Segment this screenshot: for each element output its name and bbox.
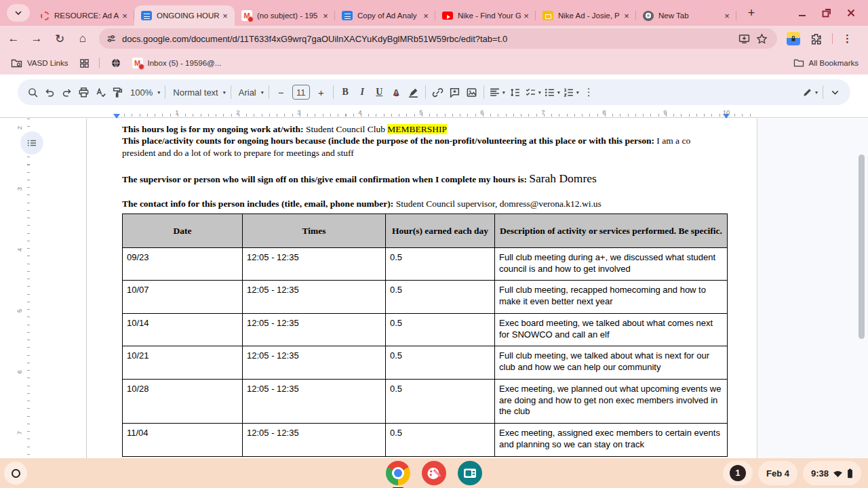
all-bookmarks-button[interactable]: All Bookmarks <box>793 58 859 68</box>
table-cell[interactable]: 0.5 <box>386 380 495 424</box>
table-cell[interactable]: 12:05 - 12:35 <box>243 380 386 424</box>
table-cell[interactable]: 11/04 <box>123 424 243 457</box>
checklist-icon[interactable]: ▾ <box>524 83 542 101</box>
url-text[interactable]: docs.google.com/document/d/11T633f4xG9wr… <box>122 34 735 44</box>
table-cell[interactable]: Full club meeting during a+, we discusse… <box>495 248 728 281</box>
table-header-cell[interactable]: Description of activity or services perf… <box>495 214 728 248</box>
table-cell[interactable]: 10/21 <box>123 346 243 380</box>
editing-mode-pen-icon[interactable]: ▾ <box>800 83 819 101</box>
bookmark-folder-vasd[interactable]: VASD Links <box>11 58 68 68</box>
insert-image-icon[interactable] <box>463 83 480 101</box>
doc-paragraph[interactable]: The contact info for this person include… <box>122 198 726 209</box>
tab-close-icon[interactable]: × <box>521 10 532 21</box>
table-cell[interactable]: 0.5 <box>386 424 495 457</box>
date-tray[interactable]: Feb 4 <box>758 461 797 485</box>
doc-paragraph[interactable] <box>122 186 726 198</box>
shelf-chrome-app[interactable] <box>386 461 410 485</box>
status-tray[interactable]: 9:38 <box>803 461 861 485</box>
reload-button[interactable]: ↻ <box>50 29 69 48</box>
tab-close-icon[interactable]: × <box>621 10 632 21</box>
underline-button[interactable]: U <box>371 83 388 101</box>
table-cell[interactable]: 12:05 - 12:35 <box>243 346 386 380</box>
table-header-cell[interactable]: Date <box>123 214 243 248</box>
search-icon[interactable] <box>24 83 41 101</box>
table-header-cell[interactable]: Hour(s) earned each day <box>386 214 495 248</box>
tab-close-icon[interactable]: × <box>119 10 130 21</box>
close-window-button[interactable] <box>846 8 856 18</box>
home-button[interactable]: ⌂ <box>73 29 92 48</box>
table-cell[interactable]: 0.5 <box>386 346 495 380</box>
table-cell[interactable]: Exec board meeting, we talked about what… <box>495 314 728 346</box>
tab-close-icon[interactable]: × <box>420 10 431 21</box>
bookmark-inbox[interactable]: M Inbox (5) - 19596@... <box>132 58 222 68</box>
text-color-button[interactable]: A <box>388 83 405 101</box>
site-settings-icon[interactable] <box>106 33 117 44</box>
browser-tab[interactable]: New Tab× <box>636 5 736 26</box>
notification-tray[interactable]: 1 <box>723 461 753 485</box>
styles-select[interactable]: Normal text▾ <box>169 83 226 101</box>
align-icon[interactable]: ▾ <box>488 83 507 101</box>
forward-button[interactable]: → <box>27 29 46 48</box>
vertical-scrollbar[interactable] <box>859 155 865 339</box>
table-cell[interactable]: Full club meeting, we talked about what … <box>495 346 728 380</box>
browser-tab[interactable]: Nike - Find Your G× <box>435 5 536 26</box>
extensions-puzzle-icon[interactable] <box>810 33 823 45</box>
numbered-list-icon[interactable]: ▾ <box>561 83 580 101</box>
table-cell[interactable]: 12:05 - 12:35 <box>243 281 386 314</box>
paint-format-icon[interactable] <box>109 83 126 101</box>
document-outline-button[interactable] <box>20 131 43 155</box>
bold-button[interactable]: B <box>337 83 354 101</box>
shelf-canvas-app[interactable] <box>422 461 446 485</box>
document-page[interactable]: This hours log is for my ongoing work at… <box>86 119 757 458</box>
spellcheck-icon[interactable] <box>92 83 109 101</box>
new-tab-button[interactable]: + <box>742 3 761 22</box>
table-cell[interactable]: 10/14 <box>123 314 243 346</box>
tab-close-icon[interactable]: × <box>220 10 231 21</box>
doc-paragraph[interactable] <box>122 159 726 170</box>
highlight-color-icon[interactable] <box>405 83 422 101</box>
insert-link-icon[interactable] <box>429 83 446 101</box>
italic-button[interactable]: I <box>354 83 371 101</box>
table-cell[interactable]: Full club meeting, recapped homecoming a… <box>495 281 728 314</box>
increase-font-size-button[interactable]: + <box>313 83 330 101</box>
back-button[interactable]: ← <box>4 29 23 48</box>
table-cell[interactable]: 12:05 - 12:35 <box>243 424 386 457</box>
shelf-screencast-app[interactable] <box>458 461 482 485</box>
table-cell[interactable]: 12:05 - 12:35 <box>243 314 386 346</box>
table-cell[interactable]: Exec meeting, we planned out what upcomi… <box>495 380 728 424</box>
restore-button[interactable] <box>822 8 831 18</box>
table-header-cell[interactable]: Times <box>243 214 386 248</box>
undo-icon[interactable] <box>41 83 58 101</box>
minimize-button[interactable] <box>797 8 807 18</box>
table-cell[interactable]: 0.5 <box>386 314 495 346</box>
table-cell[interactable]: 12:05 - 12:35 <box>243 248 386 281</box>
table-cell[interactable]: 10/28 <box>123 380 243 424</box>
table-cell[interactable]: 0.5 <box>386 281 495 314</box>
password-extension-icon[interactable] <box>787 32 800 45</box>
browser-tab[interactable]: Copy of Ad Analy× <box>335 5 435 26</box>
doc-paragraph[interactable]: This place/activity counts for ongoing h… <box>122 135 726 159</box>
table-cell[interactable]: 0.5 <box>386 248 495 281</box>
font-select[interactable]: Arial▾ <box>235 83 265 101</box>
table-cell[interactable]: 09/23 <box>123 248 243 281</box>
tab-close-icon[interactable]: × <box>722 10 732 21</box>
doc-paragraph[interactable]: This hours log is for my ongoing work at… <box>122 123 726 135</box>
bookmark-globe[interactable] <box>111 58 121 68</box>
browser-tab[interactable]: ONGOING HOURS× <box>134 5 235 26</box>
table-cell[interactable]: 10/07 <box>123 281 243 314</box>
left-indent-marker[interactable] <box>113 114 120 119</box>
browser-tab[interactable]: Nike Ad - Josie, P× <box>536 5 636 26</box>
browser-menu-icon[interactable]: ⋮ <box>842 33 852 45</box>
browser-tab[interactable]: M(no subject) - 195× <box>235 5 335 26</box>
browser-tab[interactable]: RESOURCE: Ad A× <box>34 5 134 26</box>
zoom-select[interactable]: 100%▾ <box>126 83 161 101</box>
bookmark-star-icon[interactable] <box>753 30 770 47</box>
bookmark-apps-grid[interactable] <box>79 58 90 68</box>
bulleted-list-icon[interactable]: ▾ <box>542 83 561 101</box>
tab-search-button[interactable] <box>7 4 30 22</box>
decrease-font-size-button[interactable]: − <box>273 83 290 101</box>
doc-paragraph[interactable]: The supervisor or person who will sign o… <box>122 171 726 186</box>
print-icon[interactable] <box>75 83 92 101</box>
install-app-icon[interactable] <box>735 30 753 47</box>
more-options-icon[interactable]: ⋮ <box>580 83 597 101</box>
